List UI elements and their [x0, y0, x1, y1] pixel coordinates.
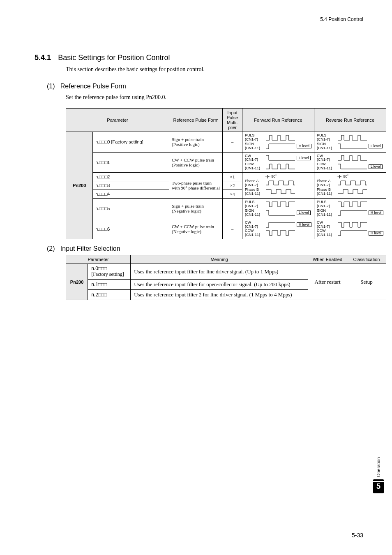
side-tab: Operation 5 — [373, 457, 384, 493]
waveform-icon — [266, 155, 295, 161]
signal-block: CW(CN1-7)L levelCCW(CN1-11) — [245, 154, 311, 171]
fwd-cell: PULS(CN1-7)SIGN(CN1-11)H level — [242, 132, 314, 153]
param-value: n.□□□3 — [93, 181, 169, 190]
rev-cell: CW(CN1-7)CCW(CN1-11)L level — [314, 152, 386, 173]
waveform-icon — [338, 222, 367, 228]
signal-row: SIGN(CN1-11)L level — [245, 209, 311, 217]
param-value: n.1□□□ — [88, 280, 131, 290]
signal-row: PULS(CN1-7) — [245, 134, 311, 142]
signal-label: CW(CN1-7) — [317, 221, 337, 229]
signal-row: PULS(CN1-7) — [317, 134, 383, 142]
form-cell: Sign + pulse train (Negative logic) — [169, 199, 223, 219]
table-row: Pn200 n.□□□0 [Factory setting] Sign + pu… — [66, 132, 386, 153]
waveform-icon — [266, 189, 295, 195]
meaning-cell: Uses the reference input filter for line… — [131, 264, 308, 280]
waveform-icon — [338, 143, 367, 150]
signal-label: CW(CN1-7) — [245, 221, 265, 229]
phase-degree: →||← 90˚ — [263, 175, 311, 179]
section-heading: 5.4.1 Basic Settings for Position Contro… — [35, 53, 363, 62]
meaning-cell: Uses the reference input filter for open… — [131, 280, 308, 290]
signal-label: CW(CN1-7) — [317, 154, 337, 162]
signal-block: CW(CN1-7)CCW(CN1-11)L level — [317, 154, 383, 171]
mult-cell: ×1 — [223, 173, 242, 181]
waveform-icon — [266, 201, 295, 208]
param-value: n.□□□0 [Factory setting] — [93, 132, 169, 153]
header-rule — [29, 24, 363, 24]
param-value: n.□□□2 — [93, 173, 169, 181]
signal-row: PULS(CN1-7) — [317, 200, 383, 208]
waveform-icon — [266, 230, 295, 236]
signal-label: CCW(CN1-11) — [317, 229, 337, 237]
mult-cell: – — [223, 219, 242, 239]
fwd-cell: →||← 90˚ Phase A(CN1-7) Phase B(CN1-11) — [242, 173, 314, 199]
level-label: H level — [369, 231, 383, 236]
rev-cell: PULS(CN1-7)SIGN(CN1-11)L level — [314, 132, 386, 153]
th-parameter: Parameter — [66, 109, 169, 132]
waveform-icon — [338, 189, 367, 195]
signal-block: PULS(CN1-7)SIGN(CN1-11)L level — [317, 134, 383, 150]
class-cell: Setup — [347, 264, 386, 300]
when-cell: After restart — [308, 264, 347, 300]
pn-label: Pn200 — [66, 132, 93, 239]
phase-block: →||← 90˚ Phase A(CN1-7) Phase B(CN1-11) — [317, 175, 383, 196]
phase-b-row: Phase B(CN1-11) — [245, 188, 311, 196]
phase-b-row: Phase B(CN1-11) — [317, 188, 383, 196]
level-label: L level — [297, 210, 311, 215]
level-label: L level — [369, 164, 383, 169]
rev-cell: →||← 90˚ Phase A(CN1-7) Phase B(CN1-11) — [314, 173, 386, 199]
signal-row: PULS(CN1-7) — [245, 200, 311, 208]
level-label: H level — [297, 144, 311, 148]
input-filter-table: Parameter Meaning When Enabled Classific… — [66, 255, 386, 300]
subsection-2-num: (2) — [47, 245, 55, 252]
param-value: n.□□□5 — [93, 199, 169, 219]
level-label: H level — [297, 222, 311, 227]
subsection-1-heading: (1) Reference Pulse Form — [47, 83, 363, 90]
th-form: Reference Pulse Form — [169, 109, 223, 132]
fwd-cell: PULS(CN1-7)SIGN(CN1-11)L level — [242, 199, 314, 219]
th-fwd: Forward Run Reference — [242, 109, 314, 132]
signal-block: PULS(CN1-7)SIGN(CN1-11)L level — [245, 200, 311, 217]
meaning-cell: Uses the reference input filter 2 for li… — [131, 290, 308, 300]
signal-block: CW(CN1-7)H levelCCW(CN1-11) — [245, 221, 311, 238]
subsection-2-title: Input Filter Selection — [60, 245, 120, 252]
signal-label: CW(CN1-7) — [245, 154, 265, 162]
waveform-icon — [338, 134, 367, 141]
signal-label: CCW(CN1-11) — [317, 162, 337, 171]
signal-row: SIGN(CN1-11)H level — [317, 209, 383, 217]
table-header-row: Parameter Meaning When Enabled Classific… — [66, 255, 386, 264]
signal-row: CW(CN1-7) — [317, 221, 383, 229]
th-class: Classification — [347, 255, 386, 264]
signal-row: CCW(CN1-11)L level — [317, 162, 383, 171]
waveform-icon — [266, 143, 295, 150]
form-cell: CW + CCW pulse train (Positive logic) — [169, 152, 223, 173]
page-number: 5-33 — [352, 532, 363, 539]
signal-label: PULS(CN1-7) — [245, 134, 265, 142]
signal-block: PULS(CN1-7)SIGN(CN1-11)H level — [245, 134, 311, 150]
signal-row: CW(CN1-7)L level — [245, 154, 311, 162]
waveform-icon — [266, 222, 295, 228]
signal-block: PULS(CN1-7)SIGN(CN1-11)H level — [317, 200, 383, 217]
waveform-icon — [338, 155, 367, 161]
table-row: Pn200n.0□□□[Factory setting]Uses the ref… — [66, 264, 386, 280]
signal-label: SIGN(CN1-11) — [245, 209, 265, 217]
th-when: When Enabled — [308, 255, 347, 264]
table-row: n.□□□5 Sign + pulse train (Negative logi… — [66, 199, 386, 219]
phase-block: →||← 90˚ Phase A(CN1-7) Phase B(CN1-11) — [245, 175, 311, 196]
signal-row: SIGN(CN1-11)H level — [245, 142, 311, 150]
mult-cell: – — [223, 152, 242, 173]
rev-cell: CW(CN1-7)CCW(CN1-11)H level — [314, 219, 386, 239]
signal-label: SIGN(CN1-11) — [245, 142, 265, 150]
table-row: n.□□□6 CW + CCW pulse train (Negative lo… — [66, 219, 386, 239]
mult-cell: – — [223, 132, 242, 153]
table-row: n.□□□2 Two-phase pulse train with 90° ph… — [66, 173, 386, 181]
signal-label: SIGN(CN1-11) — [317, 142, 337, 150]
section-number: 5.4.1 — [35, 53, 51, 62]
mult-cell: ×4 — [223, 190, 242, 199]
side-tab-chapter: 5 — [373, 479, 384, 493]
th-mult: Input Pulse Multi-plier — [223, 109, 242, 132]
signal-row: CCW(CN1-11)H level — [317, 229, 383, 237]
fwd-cell: CW(CN1-7)L levelCCW(CN1-11) — [242, 152, 314, 173]
form-cell: CW + CCW pulse train (Negative logic) — [169, 219, 223, 239]
param-value: n.2□□□ — [88, 290, 131, 300]
signal-label: PULS(CN1-7) — [317, 134, 337, 142]
